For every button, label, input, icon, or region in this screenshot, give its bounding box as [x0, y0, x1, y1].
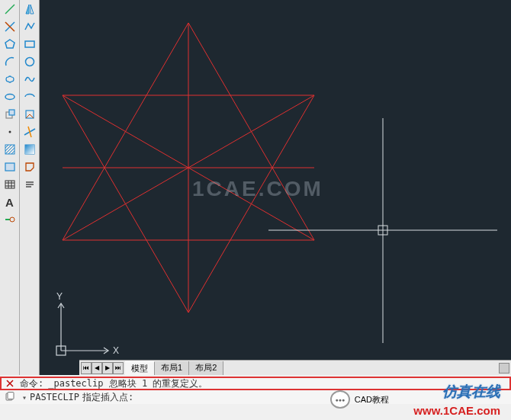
svg-rect-14 [5, 163, 14, 171]
command-prompt-text: 指定插入点: [82, 391, 133, 404]
multiline-text-tool[interactable] [22, 177, 37, 192]
draw-toolbar-2 [20, 0, 40, 375]
region-tool[interactable] [2, 159, 18, 175]
command-input-line[interactable]: ▾ PASTECLIP 指定插入点: [0, 390, 511, 404]
boundary-tool[interactable] [22, 159, 37, 175]
ucs-y-label: Y [56, 291, 63, 302]
svg-rect-6 [9, 110, 14, 115]
table-tool[interactable] [2, 177, 18, 192]
tab-layout1[interactable]: 布局1 [155, 361, 189, 375]
tab-nav-first[interactable]: ⏮ [81, 362, 92, 374]
tab-nav-last[interactable]: ⏭ [113, 362, 124, 374]
command-history-line: 命令: _pasteclip 忽略块 1 的重复定义。 [0, 377, 511, 390]
rectangle-tool[interactable] [22, 37, 37, 52]
hatch-tool[interactable] [2, 142, 18, 157]
point-tool[interactable] [2, 124, 18, 139]
tab-nav-prev[interactable]: ◀ [92, 362, 102, 374]
svg-rect-28 [25, 145, 34, 154]
drawing-svg: X Y [40, 0, 511, 375]
polygon-tool[interactable] [2, 37, 18, 52]
block-insert-tool[interactable] [2, 107, 18, 122]
svg-point-7 [8, 131, 11, 133]
revcloud-tool[interactable] [2, 72, 18, 87]
close-command-icon[interactable] [3, 377, 17, 390]
layout-tab-bar: ⏮ ◀ ▶ ⏭ 模型 布局1 布局2 [79, 360, 511, 375]
spline-tool[interactable] [22, 72, 37, 87]
line-tool[interactable] [2, 2, 18, 17]
chevron-icon: ▾ [22, 393, 27, 402]
svg-line-10 [5, 145, 11, 151]
svg-rect-15 [5, 181, 14, 188]
ray-tool[interactable] [2, 19, 18, 34]
xline-tool[interactable] [22, 124, 37, 139]
svg-line-12 [8, 148, 14, 154]
gradient-tool[interactable] [22, 142, 37, 157]
svg-point-4 [5, 95, 14, 100]
polyline-tool[interactable] [22, 19, 37, 34]
text-tool[interactable]: A [2, 194, 18, 210]
red-star-geometry [63, 23, 314, 313]
ellipse-arc-tool[interactable] [22, 89, 37, 104]
command-label: 命令: [20, 377, 43, 390]
tab-model[interactable]: 模型 [125, 361, 155, 375]
ucs-icon [56, 303, 108, 355]
crosshair-cursor [268, 118, 497, 343]
draw-toolbar-1: A [0, 0, 20, 375]
ucs-x-label: X [113, 345, 119, 356]
drawing-canvas[interactable]: X Y 1CAE.COM ⏮ ◀ ▶ ⏭ 模型 布局1 布局2 [40, 0, 511, 375]
svg-marker-3 [5, 40, 14, 48]
command-prompt-icon [3, 391, 17, 403]
arc-tool[interactable] [2, 54, 18, 69]
command-window: 命令: _pasteclip 忽略块 1 的重复定义。 ▾ PASTECLIP … [0, 377, 511, 404]
watermark-url: www.1CAE.com [413, 404, 500, 417]
ellipse-tool[interactable] [2, 89, 18, 104]
mirror-tool[interactable] [22, 2, 37, 17]
svg-line-0 [5, 5, 14, 14]
svg-line-13 [11, 151, 14, 154]
svg-line-9 [5, 145, 8, 148]
command-history-text: _pasteclip 忽略块 1 的重复定义。 [48, 377, 207, 390]
addselected-tool[interactable] [2, 212, 18, 227]
tab-layout2[interactable]: 布局2 [189, 361, 223, 375]
circle-tool[interactable] [22, 54, 37, 69]
command-name: PASTECLIP [30, 392, 79, 402]
svg-point-21 [10, 217, 14, 222]
tab-nav-next[interactable]: ▶ [102, 362, 113, 374]
svg-point-23 [25, 58, 34, 66]
svg-rect-22 [25, 41, 34, 47]
make-block-tool[interactable] [22, 107, 37, 122]
tab-scroll-right[interactable] [499, 363, 509, 374]
svg-rect-47 [8, 393, 14, 399]
